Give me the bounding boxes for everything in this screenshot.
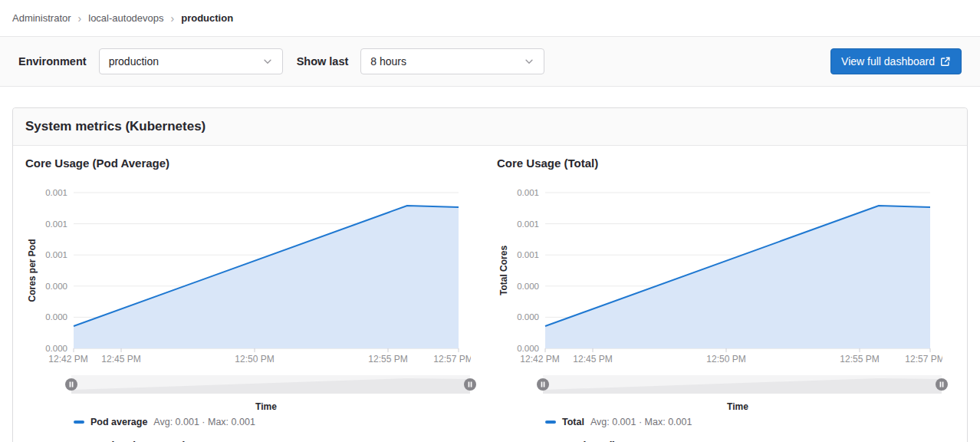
x-axis-tick-labels: 12:42 PM 12:45 PM 12:50 PM 12:55 PM 12:5…: [48, 354, 471, 364]
breadcrumb: Administrator › local-autodevops › produ…: [12, 12, 233, 24]
svg-text:0.001: 0.001: [517, 188, 539, 197]
legend-series-name: Total: [562, 417, 584, 427]
breadcrumb-separator: ›: [171, 13, 175, 24]
svg-text:12:57 PM: 12:57 PM: [433, 354, 471, 364]
section-title: System metrics (Kubernetes): [25, 119, 955, 134]
slider-track[interactable]: [543, 375, 942, 394]
legend-item[interactable]: Pod average Avg: 0.001 · Max: 0.001: [74, 417, 471, 427]
svg-text:12:42 PM: 12:42 PM: [520, 354, 559, 364]
chart-plot-area[interactable]: 0.001 0.001 0.001 0.000 0.000 0.000 Core…: [25, 183, 471, 366]
slider-right-handle-icon[interactable]: [935, 378, 949, 391]
slider-left-handle-icon[interactable]: [64, 378, 78, 391]
svg-text:12:45 PM: 12:45 PM: [101, 354, 140, 364]
show-last-select-value: 8 hours: [370, 55, 406, 68]
legend-series-name: Pod average: [90, 417, 147, 427]
series-swatch: [74, 421, 84, 424]
series-swatch: [545, 421, 556, 424]
svg-text:12:42 PM: 12:42 PM: [48, 354, 87, 364]
filter-toolbar: Environment production Show last 8 hours…: [0, 36, 980, 87]
breadcrumb-item-project[interactable]: local-autodevops: [88, 12, 163, 24]
breadcrumb-separator: ›: [78, 13, 82, 24]
svg-text:0.000: 0.000: [517, 282, 539, 291]
svg-text:0.000: 0.000: [517, 344, 539, 353]
svg-text:0.001: 0.001: [517, 250, 539, 259]
svg-text:0.001: 0.001: [45, 250, 67, 259]
svg-text:0.001: 0.001: [45, 188, 67, 197]
chevron-down-icon: [262, 56, 273, 67]
legend-series-stats: Avg: 0.001 · Max: 0.001: [153, 417, 255, 427]
x-axis-title: Time: [74, 401, 459, 412]
svg-text:12:45 PM: 12:45 PM: [573, 354, 612, 364]
svg-text:12:50 PM: 12:50 PM: [235, 354, 274, 364]
view-full-dashboard-button[interactable]: View full dashboard: [830, 48, 962, 74]
y-axis-tick-labels: 0.001 0.001 0.001 0.000 0.000 0.000: [517, 188, 539, 353]
svg-text:12:57 PM: 12:57 PM: [905, 354, 942, 364]
legend-item[interactable]: Total Avg: 0.001 · Max: 0.001: [545, 417, 942, 427]
x-axis-title: Time: [545, 401, 930, 412]
metrics-card-body: Core Usage (Pod Average) 0.001 0.0: [13, 146, 967, 442]
chevron-down-icon: [524, 56, 534, 67]
slider-right-handle-icon[interactable]: [463, 378, 477, 391]
view-full-dashboard-label: View full dashboard: [841, 55, 935, 68]
x-axis-tick-labels: 12:42 PM 12:45 PM 12:50 PM 12:55 PM 12:5…: [520, 354, 942, 364]
breadcrumb-item-administrator[interactable]: Administrator: [12, 12, 71, 24]
show-last-select[interactable]: 8 hours: [360, 48, 544, 74]
svg-text:12:50 PM: 12:50 PM: [706, 354, 745, 364]
chart-plot-area[interactable]: 0.001 0.001 0.001 0.000 0.000 0.000 Tota…: [497, 183, 942, 366]
legend-series-stats: Avg: 0.001 · Max: 0.001: [590, 417, 692, 427]
chart-zoom-slider[interactable]: [71, 375, 470, 394]
y-axis-title: Total Cores: [498, 246, 509, 295]
breadcrumb-bar: Administrator › local-autodevops › produ…: [0, 0, 980, 36]
svg-text:0.001: 0.001: [45, 219, 67, 229]
chart-title: Core Usage (Total): [497, 157, 942, 170]
metrics-card-header: System metrics (Kubernetes): [13, 108, 967, 146]
slider-track[interactable]: [71, 375, 470, 394]
svg-text:0.000: 0.000: [45, 282, 67, 291]
metrics-card: System metrics (Kubernetes) Core Usage (…: [12, 107, 968, 442]
environment-select[interactable]: production: [99, 48, 283, 74]
next-charts-row: Memory Usage (Pod average) Memory Usage …: [25, 439, 955, 442]
environment-label: Environment: [18, 55, 87, 68]
external-link-icon: [940, 56, 951, 67]
chart-core-usage-total: Core Usage (Total) 0.001 0.001 0.001: [497, 157, 942, 427]
chart-zoom-slider[interactable]: [543, 375, 942, 394]
environment-select-value: production: [109, 55, 159, 68]
show-last-label: Show last: [297, 55, 349, 68]
breadcrumb-item-current: production: [181, 12, 233, 24]
y-axis-tick-labels: 0.001 0.001 0.001 0.000 0.000 0.000: [45, 188, 67, 353]
svg-text:0.001: 0.001: [517, 219, 539, 229]
chart-core-usage-pod-average: Core Usage (Pod Average) 0.001 0.0: [25, 157, 471, 427]
chart-title-memory-total: Memory Usage (Total): [497, 439, 942, 442]
series-area: [74, 206, 459, 348]
svg-text:0.000: 0.000: [45, 344, 67, 353]
chart-title-memory-pod-average: Memory Usage (Pod average): [25, 439, 471, 442]
svg-text:0.000: 0.000: [517, 312, 539, 322]
slider-left-handle-icon[interactable]: [536, 378, 550, 391]
y-axis-title: Cores per Pod: [27, 239, 38, 302]
svg-text:0.000: 0.000: [45, 312, 67, 322]
x-axis-ticks: [74, 348, 459, 352]
x-axis-ticks: [545, 348, 930, 352]
svg-text:12:55 PM: 12:55 PM: [840, 354, 879, 364]
series-area: [545, 206, 930, 348]
chart-title: Core Usage (Pod Average): [25, 157, 471, 170]
svg-text:12:55 PM: 12:55 PM: [368, 354, 407, 364]
